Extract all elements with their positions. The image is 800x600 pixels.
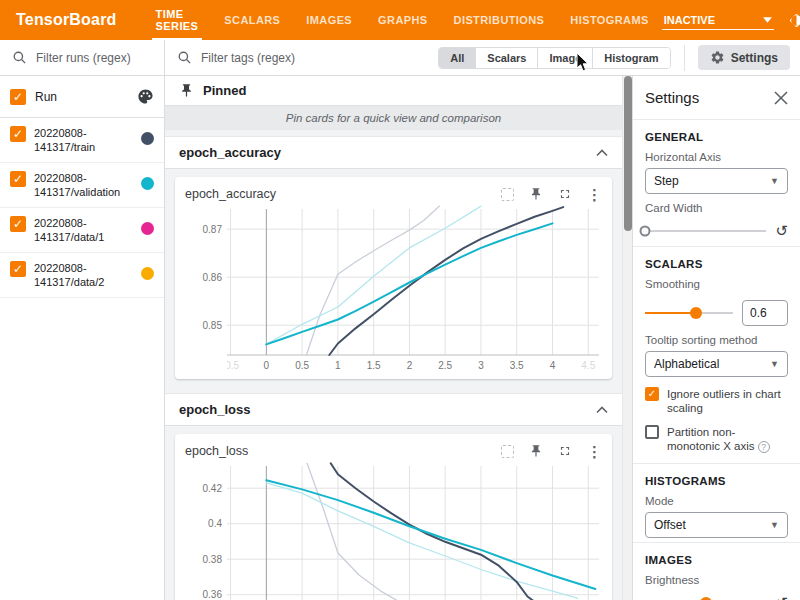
run-color-dot (141, 177, 154, 190)
run-name: 20220808-141317/data/2 (34, 261, 133, 289)
filter-runs-field[interactable]: Filter runs (regex) (0, 40, 164, 76)
run-row-validation[interactable]: ✓ 20220808-141317/validation (0, 163, 164, 208)
general-heading: GENERAL (645, 131, 788, 143)
card-title: epoch_loss (185, 444, 248, 458)
partition-x-axis-row[interactable]: Partition non-monotonic X axis? (645, 425, 788, 453)
tab-histograms[interactable]: HISTOGRAMS (557, 0, 661, 40)
histograms-heading: HISTOGRAMS (645, 475, 788, 487)
fullscreen-icon[interactable] (558, 444, 572, 458)
pill-image[interactable]: Image (537, 48, 592, 68)
reset-icon[interactable]: ↺ (775, 596, 788, 600)
tooltip-sorting-select[interactable]: Alphabetical ▼ (645, 351, 788, 377)
section-header-epoch-loss[interactable]: epoch_loss (165, 393, 622, 426)
pinned-empty-message: Pin cards for a quick view and compariso… (165, 105, 622, 130)
chevron-up-icon[interactable] (596, 406, 608, 414)
select-all-runs-checkbox[interactable]: ✓ (10, 89, 26, 105)
partition-x-axis-checkbox[interactable] (645, 425, 659, 439)
chevron-down-icon: ▼ (770, 520, 779, 530)
run-name: 20220808-141317/validation (34, 171, 133, 199)
run-checkbox[interactable]: ✓ (10, 171, 26, 187)
tab-graphs[interactable]: GRAPHS (365, 0, 440, 40)
tab-distributions[interactable]: DISTRIBUTIONS (441, 0, 558, 40)
epoch-loss-chart[interactable]: 0.420.40.380.36 (185, 462, 605, 600)
toolbar-divider (684, 45, 685, 71)
run-row-train[interactable]: ✓ 20220808-141317/train (0, 118, 164, 163)
section-title: epoch_loss (179, 402, 251, 417)
run-name: 20220808-141317/data/1 (34, 216, 133, 244)
ignore-outliers-checkbox[interactable]: ✓ (645, 387, 659, 401)
pill-scalars[interactable]: Scalars (475, 48, 537, 68)
slider-knob[interactable] (690, 307, 702, 319)
histogram-mode-value: Offset (654, 518, 686, 532)
settings-button[interactable]: Settings (698, 45, 790, 70)
main-scrollbar[interactable] (622, 76, 632, 600)
section-header-epoch-accuracy[interactable]: epoch_accuracy (165, 136, 622, 169)
run-checkbox[interactable]: ✓ (10, 126, 26, 142)
smoothing-input[interactable]: 0.6 (742, 300, 788, 326)
settings-panel: Settings GENERAL Horizontal Axis Step ▼ … (632, 76, 800, 600)
pill-histogram[interactable]: Histogram (592, 48, 669, 68)
scrollbar-thumb[interactable] (624, 76, 632, 231)
svg-text:0.36: 0.36 (203, 589, 223, 600)
fit-domain-icon[interactable] (501, 188, 514, 201)
histogram-mode-select[interactable]: Offset ▼ (645, 512, 788, 538)
smoothing-slider[interactable] (645, 312, 733, 314)
tab-images[interactable]: IMAGES (293, 0, 365, 40)
settings-button-label: Settings (731, 51, 778, 65)
horizontal-axis-select[interactable]: Step ▼ (645, 168, 788, 194)
svg-text:3: 3 (478, 360, 484, 371)
section-title: epoch_accuracy (179, 145, 281, 160)
palette-icon[interactable] (137, 88, 154, 105)
chevron-down-icon (763, 17, 772, 23)
more-menu-icon[interactable]: ⋮ (587, 445, 602, 458)
svg-text:0.5: 0.5 (295, 360, 309, 371)
chevron-down-icon: ▼ (770, 359, 779, 369)
fullscreen-icon[interactable] (558, 187, 572, 201)
tags-toolbar: Filter tags (regex) All Scalars Image Hi… (165, 40, 800, 76)
svg-text:4.5: 4.5 (581, 360, 595, 371)
run-checkbox[interactable]: ✓ (10, 261, 26, 277)
ignore-outliers-row[interactable]: ✓ Ignore outliers in chart scaling (645, 387, 788, 415)
svg-text:0.85: 0.85 (203, 320, 223, 331)
more-menu-icon[interactable]: ⋮ (587, 188, 602, 201)
svg-text:-0.5: -0.5 (222, 360, 240, 371)
pinned-section-header[interactable]: Pinned (165, 76, 622, 105)
reload-status-dropdown[interactable]: INACTIVE (662, 11, 774, 30)
reload-status-value: INACTIVE (664, 14, 715, 26)
run-row-data-2[interactable]: ✓ 20220808-141317/data/2 (0, 253, 164, 298)
slider-knob[interactable] (640, 226, 651, 237)
run-row-data-1[interactable]: ✓ 20220808-141317/data/1 (0, 208, 164, 253)
run-color-dot (141, 267, 154, 280)
scalar-card-epoch-loss: epoch_loss ⋮ 0.420.40.380.36 (175, 434, 612, 600)
svg-text:2.5: 2.5 (438, 360, 452, 371)
search-icon (12, 50, 27, 65)
fit-domain-icon[interactable] (501, 445, 514, 458)
filter-runs-placeholder: Filter runs (regex) (36, 51, 131, 65)
svg-text:0.38: 0.38 (203, 554, 223, 565)
horizontal-axis-value: Step (654, 174, 679, 188)
filter-tags-placeholder: Filter tags (regex) (201, 51, 295, 65)
scalars-heading: SCALARS (645, 258, 788, 270)
brightness-toggle-icon[interactable] (787, 10, 800, 30)
run-checkbox[interactable]: ✓ (10, 216, 26, 232)
tab-scalars[interactable]: SCALARS (211, 0, 293, 40)
pin-icon[interactable] (529, 187, 543, 201)
svg-text:0.86: 0.86 (203, 272, 223, 283)
help-icon[interactable]: ? (758, 441, 770, 453)
tensorboard-app: TensorBoard TIME SERIES SCALARS IMAGES G… (0, 0, 800, 600)
pill-all[interactable]: All (439, 48, 475, 68)
app-header: TensorBoard TIME SERIES SCALARS IMAGES G… (0, 0, 800, 40)
main-nav: TIME SERIES SCALARS IMAGES GRAPHS DISTRI… (143, 0, 662, 40)
pin-icon[interactable] (529, 444, 543, 458)
card-width-slider[interactable] (645, 230, 766, 232)
epoch-accuracy-chart[interactable]: 0.850.860.87-0.500.511.522.533.544.5 (185, 205, 605, 375)
ignore-outliers-label: Ignore outliers in chart scaling (667, 387, 788, 415)
runs-table-header: ✓ Run (0, 76, 164, 118)
reset-icon[interactable]: ↺ (775, 224, 788, 238)
close-icon[interactable] (774, 91, 788, 105)
chevron-up-icon[interactable] (596, 149, 608, 157)
runs-column-header: Run (35, 90, 57, 104)
filter-tags-field[interactable]: Filter tags (regex) (177, 50, 295, 65)
run-color-dot (141, 222, 154, 235)
tab-time-series[interactable]: TIME SERIES (143, 0, 212, 40)
